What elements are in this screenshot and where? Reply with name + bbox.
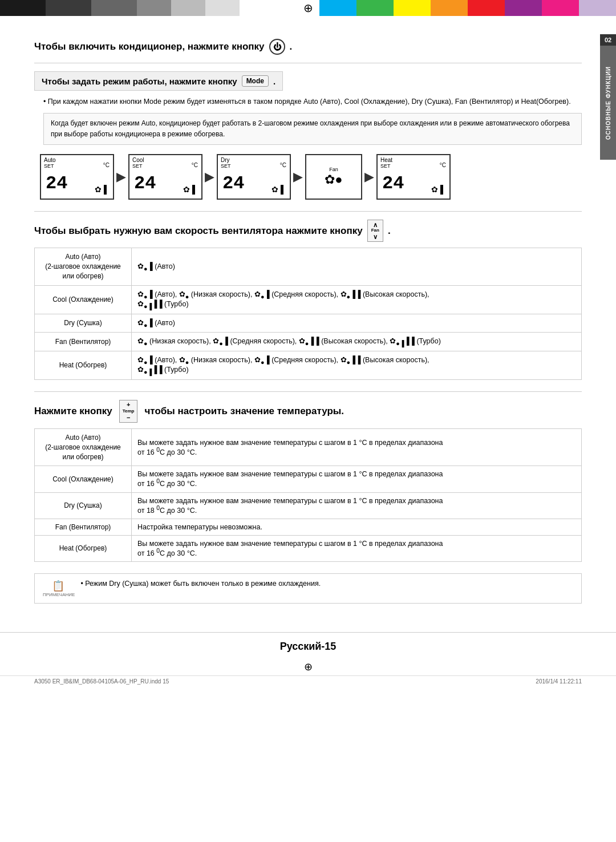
cyan-swatch: [319, 0, 356, 16]
bottom-bar: A3050 ER_IB&IM_DB68-04105A-06_HP_RU.indd…: [0, 675, 616, 687]
cool-set: SET: [132, 163, 143, 169]
fan-row-auto-speeds: ✿●▐ (Авто): [132, 248, 582, 285]
section4-title-pre: Нажмите кнопку: [34, 406, 112, 417]
arrow-2: ▶: [205, 169, 214, 184]
mode-display-fan: Fan ✿●: [305, 154, 362, 200]
dry-temp: 24: [222, 173, 244, 194]
color-swatch-4: [137, 0, 171, 16]
bottom-compass: ⊕: [304, 661, 313, 673]
section4-title-post: чтобы настроить значение температуры.: [144, 406, 344, 417]
fan-down-arrow: ∨: [373, 233, 378, 240]
green-swatch: [356, 0, 394, 16]
heat-fan-icon: ✿ ▌: [431, 185, 446, 194]
cool-unit: °C: [192, 162, 198, 186]
bottom-right-text: 2016/1/4 11:22:11: [536, 678, 582, 685]
temp-label: Temp: [123, 408, 135, 414]
note-box: 📋 ПРИМЕЧАНИЕ • Режим Dry (Сушка) может б…: [34, 573, 582, 604]
fan-row-cool-speeds: ✿●▐ (Авто), ✿● (Низкая скорость), ✿●▐ (С…: [132, 285, 582, 314]
auto-temp: 24: [46, 173, 67, 194]
section2-bullet-text: При каждом нажатии кнопки Mode режим буд…: [48, 98, 571, 106]
temp-minus: −: [127, 414, 130, 422]
mode-display-auto: Auto SET 24 °C ✿ ▌: [40, 154, 114, 200]
auto-fan-icon: ✿ ▌: [95, 185, 110, 194]
mode-displays-row: Auto SET 24 °C ✿ ▌ ▶ Cool SET 24 °C ✿ ▌ …: [40, 154, 582, 200]
lavender-swatch: [579, 0, 616, 16]
section1-period: .: [290, 41, 293, 52]
dry-label: Dry: [221, 157, 230, 163]
fan-label-small: Fan: [371, 228, 379, 233]
footer-page-label: Русский-15: [280, 641, 337, 652]
temp-table: Auto (Авто)(2-шаговое охлаждениеили обог…: [34, 428, 582, 562]
dry-unit: °C: [280, 162, 286, 186]
color-swatch-3: [91, 0, 137, 16]
infobox-text: Когда будет включен режим Auto, кондицио…: [51, 119, 570, 138]
fan-row-heat-speeds: ✿●▐ (Авто), ✿● (Низкая скорость), ✿●▐ (С…: [132, 351, 582, 379]
section3-title: Чтобы выбрать нужную вам скорость вентил…: [34, 225, 363, 237]
purple-swatch: [505, 0, 542, 16]
fan-row-cool-mode: Cool (Охлаждение): [35, 285, 132, 314]
cool-fan-icon: ✿ ▌: [183, 185, 198, 194]
mode-display-dry: Dry SET 24 °C ✿ ▌: [217, 154, 291, 200]
temp-row-fan: Fan (Вентилятор) Настройка температуры н…: [35, 519, 582, 535]
auto-set: SET: [44, 163, 54, 169]
fan-row-auto-mode: Auto (Авто)(2-шаговое охлаждениеили обог…: [35, 248, 132, 285]
top-color-bar: ⊕: [0, 0, 616, 16]
fan-speed-btn[interactable]: ∧ Fan ∨: [367, 220, 383, 242]
temp-row-heat-mode: Heat (Обогрев): [35, 535, 132, 561]
fan-row-heat: Heat (Обогрев) ✿●▐ (Авто), ✿● (Низкая ск…: [35, 351, 582, 379]
section2-bullet: • При каждом нажатии кнопки Mode режим б…: [43, 96, 582, 107]
temp-row-cool: Cool (Охлаждение) Вы можете задать нужно…: [35, 466, 582, 492]
note-text: Режим Dry (Сушка) может быть включен тол…: [85, 580, 321, 588]
orange-swatch: [431, 0, 468, 16]
fan-row-dry: Dry (Сушка) ✿●▐ (Авто): [35, 314, 582, 333]
divider-3: [34, 391, 582, 392]
red-swatch: [468, 0, 505, 16]
pink-swatch: [542, 0, 579, 16]
arrow-1: ▶: [116, 169, 126, 184]
color-swatch-1: [0, 0, 46, 16]
cool-temp: 24: [134, 173, 156, 194]
top-bar-grayscale: [0, 0, 297, 16]
heat-unit: °C: [440, 162, 446, 186]
section4-header: Нажмите кнопку + Temp − чтобы настроить …: [34, 400, 582, 423]
heat-temp: 24: [382, 173, 404, 194]
temp-row-cool-desc: Вы можете задать нужное вам значение тем…: [132, 466, 582, 492]
yellow-swatch: [394, 0, 431, 16]
note-icon: 📋: [52, 580, 66, 592]
bottom-compass-wrapper: ⊕: [0, 658, 616, 675]
temp-row-dry: Dry (Сушка) Вы можете задать нужное вам …: [35, 492, 582, 519]
note-content: • Режим Dry (Сушка) может быть включен т…: [80, 580, 321, 588]
power-button-symbol: ⏻: [269, 39, 285, 55]
bottom-left-text: A3050 ER_IB&IM_DB68-04105A-06_HP_RU.indd…: [34, 678, 169, 685]
dry-fan-icon: ✿ ▌: [271, 185, 286, 194]
note-icon-wrapper: 📋 ПРИМЕЧАНИЕ: [43, 580, 75, 597]
section2-title: Чтобы задать режим работы, нажмите кнопк…: [42, 76, 237, 86]
divider-1: [34, 63, 582, 63]
mode-display-cool: Cool SET 24 °C ✿ ▌: [128, 154, 202, 200]
fan-row-fan: Fan (Вентилятор) ✿● (Низкая скорость), ✿…: [35, 333, 582, 351]
fan-row-heat-mode: Heat (Обогрев): [35, 351, 132, 379]
fan-row-cool: Cool (Охлаждение) ✿●▐ (Авто), ✿● (Низкая…: [35, 285, 582, 314]
section3-header: Чтобы выбрать нужную вам скорость вентил…: [34, 220, 582, 242]
temp-row-auto: Auto (Авто)(2-шаговое охлаждениеили обог…: [35, 429, 582, 466]
mode-display-heat: Heat SET 24 °C ✿ ▌: [376, 154, 451, 200]
fan-row-fan-mode: Fan (Вентилятор): [35, 333, 132, 351]
top-compass: ⊕: [297, 0, 319, 16]
section2-header: Чтобы задать режим работы, нажмите кнопк…: [34, 71, 283, 91]
temp-row-fan-desc: Настройка температуры невозможна.: [132, 519, 582, 535]
color-swatch-6: [205, 0, 240, 16]
temp-row-auto-mode: Auto (Авто)(2-шаговое охлаждениеили обог…: [35, 429, 132, 466]
heat-label: Heat: [380, 157, 392, 163]
fan-row-auto: Auto (Авто)(2-шаговое охлаждениеили обог…: [35, 248, 582, 285]
fan-row-dry-speeds: ✿●▐ (Авто): [132, 314, 582, 333]
note-label: ПРИМЕЧАНИЕ: [43, 592, 75, 597]
temp-row-dry-mode: Dry (Сушка): [35, 492, 132, 519]
section1-title: Чтобы включить кондиционер, нажмите кноп…: [34, 41, 265, 52]
temp-row-dry-desc: Вы можете задать нужное вам значение тем…: [132, 492, 582, 519]
temp-row-heat: Heat (Обогрев) Вы можете задать нужное в…: [35, 535, 582, 561]
section3-period: .: [388, 225, 391, 237]
fan-speed-table: Auto (Авто)(2-шаговое охлаждениеили обог…: [34, 248, 582, 380]
temp-button[interactable]: + Temp −: [119, 400, 138, 423]
fan-label: Fan: [325, 167, 342, 172]
mode-button[interactable]: Mode: [242, 75, 269, 87]
